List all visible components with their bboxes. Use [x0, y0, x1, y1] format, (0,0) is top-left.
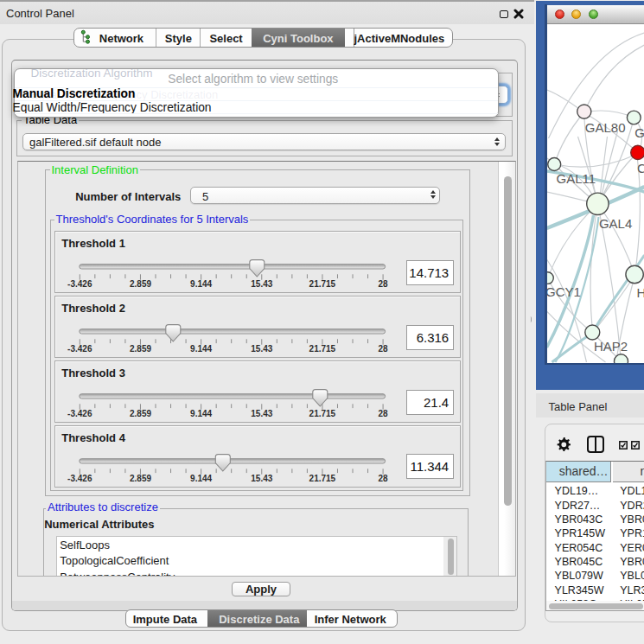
svg-text:21.715: 21.715	[309, 474, 335, 483]
svg-text:GAL11: GAL11	[556, 171, 596, 186]
svg-text:15.43: 15.43	[251, 409, 272, 418]
svg-text:15.43: 15.43	[251, 279, 272, 289]
svg-text:15.43: 15.43	[251, 344, 272, 354]
svg-text:C: C	[637, 161, 644, 175]
svg-text:-3.426: -3.426	[67, 474, 92, 483]
svg-text:28: 28	[378, 409, 388, 418]
svg-text:-3.426: -3.426	[67, 344, 92, 354]
svg-text:21.715: 21.715	[309, 344, 335, 354]
svg-text:9.144: 9.144	[190, 474, 212, 483]
svg-text:-3.426: -3.426	[67, 409, 92, 418]
svg-text:GA: GA	[634, 125, 644, 140]
svg-text:28: 28	[378, 344, 388, 354]
svg-text:HAP2: HAP2	[594, 339, 628, 354]
svg-text:2.859: 2.859	[130, 474, 151, 483]
svg-text:2.859: 2.859	[130, 344, 151, 354]
svg-text:H: H	[636, 285, 644, 300]
svg-text:21.715: 21.715	[309, 409, 335, 418]
svg-text:28: 28	[378, 474, 388, 483]
svg-text:15.43: 15.43	[251, 474, 272, 483]
svg-text:21.715: 21.715	[309, 279, 335, 289]
svg-text:-3.426: -3.426	[67, 279, 92, 289]
svg-text:9.144: 9.144	[190, 344, 212, 354]
svg-text:9.144: 9.144	[190, 409, 212, 418]
svg-text:28: 28	[378, 279, 388, 289]
svg-text:2.859: 2.859	[130, 279, 151, 289]
svg-text:2.859: 2.859	[130, 409, 151, 418]
svg-text:GAL4: GAL4	[598, 216, 631, 231]
svg-text:GAL80: GAL80	[584, 120, 625, 135]
svg-text:GCY1: GCY1	[547, 284, 581, 299]
svg-text:9.144: 9.144	[190, 279, 212, 289]
